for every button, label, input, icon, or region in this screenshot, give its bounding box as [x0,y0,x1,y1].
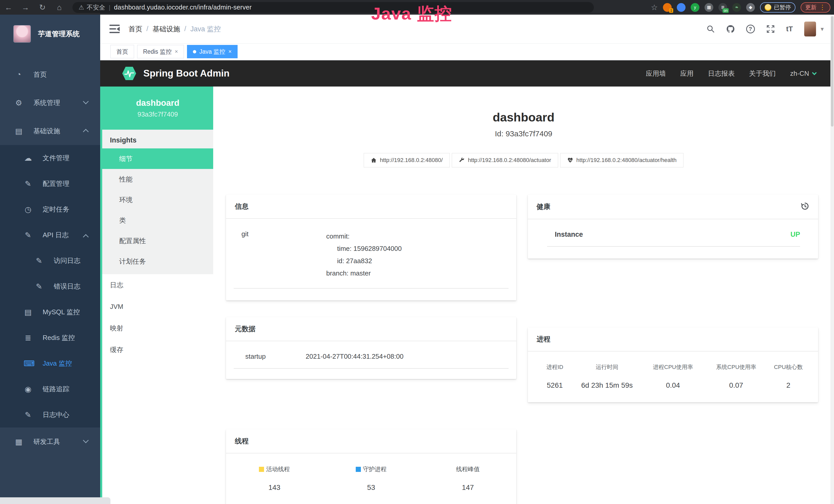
sidebar-item-access-log[interactable]: ✎ 访问日志 [0,248,100,273]
browser-menu-icon[interactable]: ⋮ [819,3,826,11]
threads-card: 线程 活动线程 守护进程 线程峰值 143 53 [226,429,516,504]
extension-icon-green[interactable]: y [691,3,699,12]
sidebar-item-mappings[interactable]: 映射 [102,317,213,339]
process-cpu-value: 0.04 [640,381,706,389]
sidebar-item-loggers[interactable]: 日志 [102,274,213,296]
extension-icon-leaf[interactable]: ❧ [732,3,741,12]
address-bar[interactable]: ⚠ 不安全 | dashboard.yudao.iocoder.cn/infra… [72,2,594,13]
topbar-tools: ? tT ▾ [707,22,834,37]
sidebar-item-system[interactable]: ⚙ 系统管理 [0,89,100,117]
legend-peak-threads[interactable]: 线程峰值 [419,465,516,473]
sidebar-item-dev-tools[interactable]: ▦ 研发工具 [0,428,100,456]
insights-item-scheduled[interactable]: 计划任务 [102,251,213,272]
hamburger-icon[interactable] [109,25,120,33]
breadcrumb-home[interactable]: 首页 [128,24,142,33]
chevron-down-icon [83,437,89,443]
link-url: http://192.168.0.2:48080/actuator/health [576,157,677,164]
sba-nav-applications[interactable]: 应用 [680,69,694,78]
address-separator: | [109,4,110,11]
breadcrumb-current: Java 监控 [190,24,221,33]
extension-icon-grid[interactable]: ▦ [705,3,713,12]
browser-reload-icon[interactable]: ↻ [34,3,51,12]
close-icon[interactable]: × [228,48,232,55]
sidebar-item-redis-monitor[interactable]: ≣ Redis 监控 [0,325,100,350]
sidebar-item-mysql-monitor[interactable]: ▤ MySQL 监控 [0,299,100,325]
sidebar-item-infrastructure[interactable]: ▤ 基础设施 [0,117,100,145]
sba-title: Spring Boot Admin [143,68,229,79]
sidebar-item-config-management[interactable]: ✎ 配置管理 [0,171,100,197]
sidebar-item-log-center[interactable]: ✎ 日志中心 [0,402,100,428]
page-scrollbar[interactable] [830,15,834,504]
update-label: 更新 [805,4,816,11]
github-icon[interactable] [726,25,735,33]
sba-nav-wallboard[interactable]: 应用墙 [646,69,666,78]
sidebar-item-scheduled-tasks[interactable]: ◷ 定时任务 [0,197,100,222]
insights-item-classes[interactable]: 类 [102,210,213,231]
text-size-icon[interactable]: tT [786,25,793,33]
locale-label: zh-CN [790,70,809,77]
uptime-value: 6d 23h 15m 59s [574,381,640,389]
insights-item-environment[interactable]: 环境 [102,189,213,210]
tab-home[interactable]: 首页 [110,45,134,58]
sba-nav-journal[interactable]: 日志报表 [708,69,734,78]
startup-value: 2021-04-27T00:44:31.254+08:00 [306,352,403,361]
git-label: git [241,230,326,279]
insights-item-config-props[interactable]: 配置属性 [102,231,213,251]
instance-header[interactable]: dashboard 93a3fc7f7409 [102,87,213,130]
close-icon[interactable]: × [175,48,178,55]
service-url-link[interactable]: http://192.168.0.2:48080/ [364,153,450,167]
avatar-caret-icon[interactable]: ▾ [821,25,824,32]
update-button[interactable]: 更新 ⋮ [800,2,830,13]
bookmark-star-icon[interactable]: ☆ [651,3,658,12]
sidebar-item-error-log[interactable]: ✎ 错误日志 [0,273,100,299]
breadcrumb-infrastructure[interactable]: 基础设施 [153,24,180,33]
history-icon[interactable] [800,202,809,211]
sidebar-item-home[interactable]: ◔ 首页 [0,60,100,89]
help-icon[interactable]: ? [746,25,755,33]
legend-live-threads[interactable]: 活动线程 [226,465,323,473]
url-text[interactable]: dashboard.yudao.iocoder.cn/infra/admin-s… [114,4,252,11]
health-url-link[interactable]: http://192.168.0.2:48080/actuator/health [560,153,683,167]
browser-forward-icon[interactable]: → [17,3,34,12]
admin-sidebar: 芋道管理系统 ◔ 首页 ⚙ 系统管理 ▤ 基础设施 [0,15,100,504]
locale-select[interactable]: zh-CN [790,70,816,77]
extension-icon-list[interactable]: ≣on [719,3,727,12]
scrollbar-thumb[interactable] [831,16,833,127]
insights-item-details[interactable]: 细节 [102,148,213,169]
sidebar-item-tracing[interactable]: ◉ 链路追踪 [0,376,100,402]
extension-icon-pin[interactable] [677,3,685,12]
sba-brand[interactable]: Spring Boot Admin [122,65,229,82]
actuator-url-link[interactable]: http://192.168.0.2:48080/actuator [452,153,558,167]
paused-badge[interactable]: 已暂停 [760,2,795,13]
admin-topbar: 首页 / 基础设施 / Java 监控 ? [100,15,834,43]
insights-item-metrics[interactable]: 性能 [102,169,213,189]
sidebar-item-jvm[interactable]: JVM [102,296,213,317]
user-avatar[interactable] [804,22,816,37]
app-title: 芋道管理系统 [38,29,80,39]
fullscreen-icon[interactable] [766,25,775,33]
sidebar-item-caches[interactable]: 缓存 [102,339,213,361]
history-icon: ◷ [24,205,32,214]
sidebar-item-java-monitor[interactable]: ⌨ Java 监控 [0,350,100,376]
browser-back-icon[interactable]: ← [0,3,17,12]
app-logo-row[interactable]: 芋道管理系统 [0,15,100,53]
health-instance-label[interactable]: Instance [555,231,583,238]
infrastructure-icon: ▤ [14,127,23,136]
insights-section-label: Insights [102,130,213,148]
sba-nav-about[interactable]: 关于我们 [749,69,776,78]
tab-redis-monitor[interactable]: Redis 监控 × [137,45,184,58]
browser-home-icon[interactable]: ⌂ [51,3,68,12]
extension-icon-orange[interactable]: 1 [663,3,672,12]
sidebar-item-api-log[interactable]: ✎ API 日志 [0,222,100,248]
log-icon: ✎ [24,231,32,239]
tag-tabbar: 首页 Redis 监控 × Java 监控 × [100,43,834,60]
legend-daemon-threads[interactable]: 守护进程 [323,465,420,473]
process-id-value: 5261 [535,381,574,389]
search-icon[interactable] [707,25,715,33]
tab-java-monitor[interactable]: Java 监控 × [187,45,238,58]
sidebar-item-file-management[interactable]: ☁ 文件管理 [0,145,100,171]
dashboard-icon: ◔ [14,70,23,79]
security-label[interactable]: 不安全 [87,3,105,12]
extensions-puzzle-icon[interactable]: ◆ [746,3,755,12]
toolbox-icon: ▦ [14,437,23,446]
